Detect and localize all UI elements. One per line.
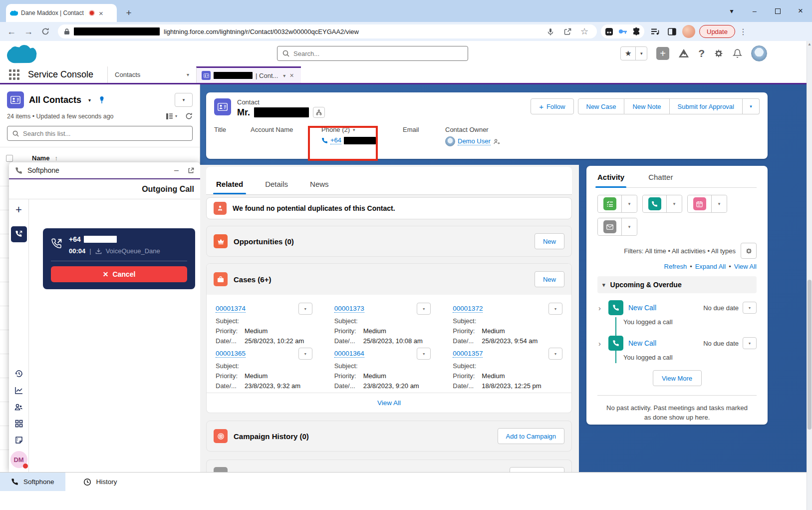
follow-button[interactable]: + Follow xyxy=(531,98,573,114)
event-dropdown-icon[interactable]: ▾ xyxy=(712,195,727,212)
case-row-actions-dropdown[interactable]: ▾ xyxy=(298,348,312,360)
name-column-header[interactable]: Name xyxy=(32,154,49,162)
related-list-button[interactable] xyxy=(510,467,564,472)
favorites-dropdown-icon[interactable]: ▾ xyxy=(636,47,647,60)
new-case-list-button[interactable]: New xyxy=(535,271,564,287)
puzzle-icon[interactable] xyxy=(632,27,640,35)
tab-related[interactable]: Related xyxy=(216,180,243,194)
close-tab-icon[interactable]: × xyxy=(289,71,293,79)
list-search[interactable] xyxy=(7,126,193,141)
pin-icon[interactable] xyxy=(99,96,105,104)
more-actions-dropdown[interactable]: ▾ xyxy=(743,98,760,114)
list-search-input[interactable] xyxy=(23,130,187,137)
notes-icon[interactable] xyxy=(15,436,23,444)
list-view-title[interactable]: All Contacts xyxy=(29,95,81,105)
tab-details[interactable]: Details xyxy=(265,180,288,194)
scrollbar-thumb[interactable] xyxy=(808,280,812,430)
activity-settings-gear-icon[interactable] xyxy=(741,243,757,259)
task-dropdown-icon[interactable]: ▾ xyxy=(622,195,637,212)
utility-softphone[interactable]: Softphone xyxy=(0,473,65,491)
help-icon[interactable]: ? xyxy=(698,47,705,59)
case-number-link[interactable]: 00001372 xyxy=(453,305,483,313)
case-row-actions-dropdown[interactable]: ▾ xyxy=(548,303,562,315)
setup-gear-icon[interactable] xyxy=(714,48,724,58)
list-view-chevron-icon[interactable]: ▾ xyxy=(88,97,91,103)
browser-tab[interactable]: Dane Maddox | Contact | Sal × xyxy=(6,4,117,22)
upcoming-overdue-section[interactable]: ▾ Upcoming & Overdue xyxy=(597,276,757,293)
browser-profile-avatar[interactable] xyxy=(682,25,695,38)
list-actions-dropdown[interactable]: ▾ xyxy=(175,93,193,107)
quick-create-icon[interactable]: + xyxy=(656,47,669,60)
close-tab-icon[interactable]: × xyxy=(99,9,103,17)
case-row-actions-dropdown[interactable]: ▾ xyxy=(298,303,312,315)
new-tab-icon[interactable]: + xyxy=(122,6,136,20)
page-scrollbar[interactable]: ▲ xyxy=(807,41,812,510)
nav-tab-active-contact[interactable]: | Cont... ▾ × xyxy=(196,66,301,83)
minimize-window-icon[interactable]: – xyxy=(743,2,766,19)
view-all-link[interactable]: View All xyxy=(734,263,757,270)
minimize-panel-icon[interactable]: – xyxy=(174,166,179,175)
case-number-link[interactable]: 00001364 xyxy=(334,350,364,358)
log-call-dropdown-icon[interactable]: ▾ xyxy=(667,195,682,212)
activity-title-link[interactable]: New Call xyxy=(628,339,656,347)
popout-panel-icon[interactable] xyxy=(188,167,194,174)
email-dropdown-icon[interactable]: ▾ xyxy=(622,218,637,235)
stats-chart-icon[interactable] xyxy=(14,387,23,395)
tab-search-chevron-icon[interactable]: ▾ xyxy=(720,2,743,19)
softphone-user-avatar[interactable]: DM xyxy=(10,451,27,468)
submit-for-approval-button[interactable]: Submit for Approval xyxy=(670,98,743,114)
app-launcher-icon[interactable] xyxy=(0,66,28,83)
new-note-button[interactable]: New Note xyxy=(624,98,669,114)
case-row-actions-dropdown[interactable]: ▾ xyxy=(417,348,431,360)
browser-menu-icon[interactable]: ⋮ xyxy=(739,27,747,36)
phone-dropdown-icon[interactable]: ▾ xyxy=(353,127,355,132)
utility-history[interactable]: History xyxy=(72,473,128,491)
refresh-icon[interactable] xyxy=(39,25,52,38)
key-icon[interactable] xyxy=(618,28,627,35)
activity-title-link[interactable]: New Call xyxy=(628,304,656,312)
mic-icon[interactable] xyxy=(544,25,557,38)
favorites-button-group[interactable]: ★ ▾ xyxy=(620,46,647,60)
global-search[interactable] xyxy=(277,46,468,61)
hierarchy-icon[interactable] xyxy=(313,107,325,118)
share-icon[interactable] xyxy=(561,25,574,38)
case-number-link[interactable]: 00001373 xyxy=(334,305,364,313)
address-bar[interactable]: lightning.force.com/lightning/r/Contact/… xyxy=(58,24,597,38)
close-window-icon[interactable]: × xyxy=(789,2,812,19)
new-call-plus-icon[interactable]: + xyxy=(15,204,22,215)
tab-activity[interactable]: Activity xyxy=(597,173,624,187)
user-avatar[interactable] xyxy=(751,45,767,61)
cases-view-all-link[interactable]: View All xyxy=(377,399,401,407)
playlist-icon[interactable] xyxy=(648,25,661,38)
case-number-link[interactable]: 00001374 xyxy=(216,305,246,313)
log-call-button[interactable] xyxy=(643,195,667,212)
case-row-actions-dropdown[interactable]: ▾ xyxy=(417,303,431,315)
section-chevron-icon[interactable]: ▾ xyxy=(602,282,605,288)
change-owner-icon[interactable] xyxy=(493,138,500,145)
activity-actions-dropdown[interactable]: ▾ xyxy=(743,302,757,314)
new-opportunity-button[interactable]: New xyxy=(535,233,564,249)
display-as-button[interactable]: ▾ xyxy=(166,113,177,120)
back-icon[interactable]: ← xyxy=(5,25,18,38)
call-history-icon[interactable] xyxy=(14,369,23,378)
new-case-button[interactable]: New Case xyxy=(578,98,625,114)
owner-link[interactable]: Demo User xyxy=(458,137,491,145)
bookmark-star-icon[interactable]: ☆ xyxy=(578,25,591,38)
list-refresh-icon[interactable] xyxy=(185,112,193,120)
apps-grid-icon[interactable] xyxy=(15,420,23,428)
extension-box-icon[interactable] xyxy=(605,27,613,36)
cancel-call-button[interactable]: ✕ Cancel xyxy=(51,266,187,282)
outgoing-call-tab-icon[interactable] xyxy=(11,226,27,242)
favorites-star-icon[interactable]: ★ xyxy=(621,47,636,60)
add-to-campaign-button[interactable]: Add to Campaign xyxy=(498,428,564,444)
case-number-link[interactable]: 00001357 xyxy=(453,350,483,358)
view-more-button[interactable]: View More xyxy=(653,370,702,386)
expand-all-link[interactable]: Expand All xyxy=(695,263,726,270)
new-event-button[interactable] xyxy=(688,195,712,212)
email-button[interactable] xyxy=(598,218,622,235)
global-search-input[interactable] xyxy=(293,50,463,57)
notifications-bell-icon[interactable] xyxy=(733,48,742,58)
chevron-down-icon[interactable]: ▾ xyxy=(283,73,285,78)
cases-title[interactable]: Cases (6+) xyxy=(234,275,271,284)
expand-chevron-icon[interactable]: › xyxy=(598,339,603,348)
